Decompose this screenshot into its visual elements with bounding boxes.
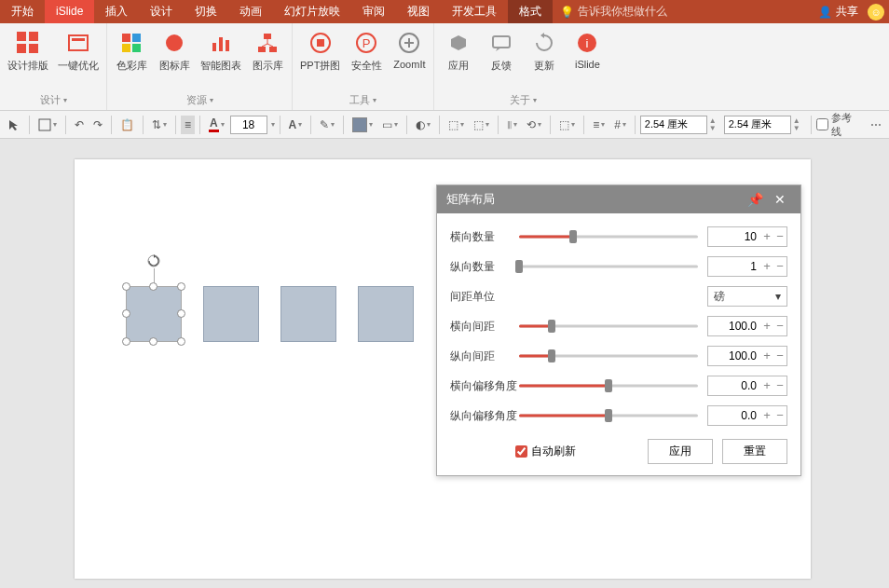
tb-arrange1[interactable]: ⬚▾ <box>444 116 468 134</box>
tb-align[interactable]: ≡▾ <box>589 116 609 134</box>
tb-effects[interactable]: ◐▾ <box>412 116 434 134</box>
tb-more[interactable]: ⋯ <box>867 116 885 134</box>
tb-font-color[interactable]: A▾ <box>205 114 228 135</box>
tb-distribute[interactable]: ⫴▾ <box>503 116 521 134</box>
tab-dev[interactable]: 开发工具 <box>441 0 508 23</box>
height-down[interactable]: ▼ <box>793 125 800 132</box>
tab-animation[interactable]: 动画 <box>228 0 273 23</box>
slider-h-off[interactable] <box>519 379 698 392</box>
tb-highlight[interactable]: ✎▾ <box>316 116 338 134</box>
btn-design-layout[interactable]: 设计排版 <box>7 31 48 73</box>
btn-update[interactable]: 更新 <box>527 31 561 73</box>
slider-h-gap[interactable] <box>519 320 698 333</box>
tb-line-spacing[interactable]: ⇅▾ <box>148 116 171 134</box>
tb-select[interactable] <box>4 116 24 134</box>
tab-insert[interactable]: 插入 <box>94 0 139 23</box>
close-icon[interactable]: ✕ <box>769 192 791 207</box>
spin-up[interactable]: + <box>760 347 773 365</box>
spin-up[interactable]: + <box>760 376 773 395</box>
height-input[interactable] <box>724 116 791 134</box>
input-h-count[interactable] <box>708 230 760 243</box>
slider-h-count[interactable] <box>519 230 698 243</box>
tb-align-left[interactable]: ≡ <box>181 116 195 134</box>
width-down[interactable]: ▼ <box>709 125 717 132</box>
share-button[interactable]: 👤 共享 <box>818 4 858 20</box>
handle-bc[interactable] <box>149 337 157 346</box>
width-input[interactable] <box>640 116 707 134</box>
btn-one-click[interactable]: 一键优化 <box>58 31 99 73</box>
auto-refresh-check[interactable]: 自动刷新 <box>515 444 576 459</box>
tb-redo[interactable]: ↷ <box>89 116 106 134</box>
btn-islide-about[interactable]: iiSlide <box>570 31 604 70</box>
tab-transition[interactable]: 切换 <box>184 0 228 23</box>
tab-format[interactable]: 格式 <box>508 0 553 23</box>
tb-rotate[interactable]: ⟲▾ <box>523 116 545 134</box>
btn-zoomit[interactable]: ZoomIt <box>392 31 426 70</box>
rotate-handle[interactable] <box>146 253 161 268</box>
tb-snap[interactable]: #▾ <box>610 116 630 134</box>
tb-paste[interactable]: 📋 <box>116 116 138 134</box>
tb-text-effects[interactable]: A▾ <box>285 116 307 134</box>
btn-smart-chart[interactable]: 智能图表 <box>200 31 241 73</box>
tb-fill-color[interactable]: ▾ <box>349 115 376 135</box>
btn-diagrams[interactable]: 图示库 <box>251 31 284 73</box>
row-h-count: 横向数量 +− <box>450 226 787 247</box>
slider-v-off[interactable] <box>519 409 698 422</box>
font-size-input[interactable] <box>230 116 267 134</box>
handle-tl[interactable] <box>122 282 130 291</box>
spin-down[interactable]: − <box>773 406 786 425</box>
input-h-gap[interactable] <box>708 320 760 333</box>
tab-review[interactable]: 审阅 <box>351 0 396 23</box>
btn-apps[interactable]: 应用 <box>442 31 475 73</box>
btn-icons[interactable]: 图标库 <box>157 31 191 73</box>
input-v-count[interactable] <box>708 260 760 273</box>
spin-down[interactable]: − <box>773 376 786 395</box>
tab-view[interactable]: 视图 <box>396 0 441 23</box>
input-v-gap[interactable] <box>708 349 760 362</box>
slider-v-count[interactable] <box>519 260 698 273</box>
tell-me[interactable]: 💡 告诉我你想做什么 <box>560 4 667 20</box>
apply-button[interactable]: 应用 <box>648 439 713 464</box>
smile-icon[interactable]: ☺ <box>868 4 884 21</box>
btn-ppt-collage[interactable]: PPT拼图 <box>300 31 340 73</box>
tb-shapes[interactable]: ▾ <box>34 116 61 134</box>
reset-button[interactable]: 重置 <box>722 439 787 464</box>
shape-4[interactable] <box>358 286 414 342</box>
slider-v-gap[interactable] <box>519 349 698 362</box>
select-unit[interactable]: 磅▾ <box>707 286 787 307</box>
font-size-dd[interactable]: ▾ <box>271 120 275 129</box>
shape-selected[interactable] <box>126 286 182 342</box>
spin-down[interactable]: − <box>773 227 786 246</box>
handle-ml[interactable] <box>122 309 130 318</box>
handle-mr[interactable] <box>177 309 185 318</box>
panel-header[interactable]: 矩阵布局 📌 ✕ <box>437 185 800 213</box>
btn-security[interactable]: P安全性 <box>349 31 383 73</box>
spin-down[interactable]: − <box>773 257 786 276</box>
tb-group[interactable]: ⬚▾ <box>555 116 579 134</box>
handle-bl[interactable] <box>122 337 130 346</box>
spin-up[interactable]: + <box>760 317 773 335</box>
handle-br[interactable] <box>177 337 185 346</box>
tab-slideshow[interactable]: 幻灯片放映 <box>273 0 351 23</box>
spin-up[interactable]: + <box>760 257 773 276</box>
tab-design[interactable]: 设计 <box>139 0 184 23</box>
shape-3[interactable] <box>280 286 336 342</box>
spin-down[interactable]: − <box>773 317 786 335</box>
handle-tr[interactable] <box>177 282 185 291</box>
tb-arrange2[interactable]: ⬚▾ <box>470 116 493 134</box>
tb-undo[interactable]: ↶ <box>71 116 88 134</box>
tab-start[interactable]: 开始 <box>0 0 45 23</box>
tab-islide[interactable]: iSlide <box>45 0 94 23</box>
spin-down[interactable]: − <box>773 347 786 365</box>
spin-up[interactable]: + <box>760 406 773 425</box>
shape-2[interactable] <box>203 286 259 342</box>
spin-up[interactable]: + <box>760 227 773 246</box>
tb-outline[interactable]: ▭▾ <box>378 116 402 134</box>
input-h-off[interactable] <box>708 379 760 392</box>
btn-colors[interactable]: 色彩库 <box>115 31 148 73</box>
input-v-off[interactable] <box>708 409 760 422</box>
guides-check[interactable]: 参考线 <box>816 111 861 139</box>
btn-feedback[interactable]: 反馈 <box>485 31 518 73</box>
handle-tc[interactable] <box>149 282 157 291</box>
pin-icon[interactable]: 📌 <box>742 192 769 207</box>
